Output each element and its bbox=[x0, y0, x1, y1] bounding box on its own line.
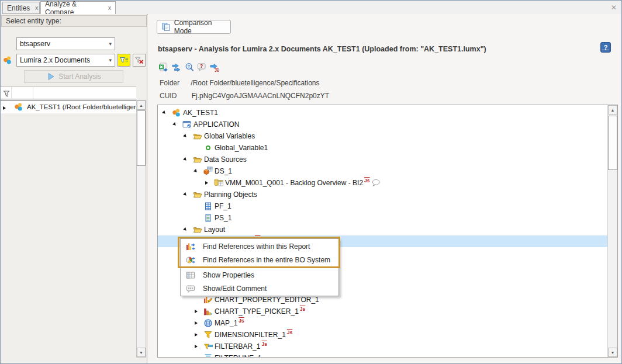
search-zoom-button[interactable] bbox=[184, 61, 195, 73]
tree-item-layout[interactable]: Layout bbox=[158, 224, 608, 235]
expand-icon[interactable] bbox=[193, 329, 203, 341]
tree-item-filterbar-1[interactable]: FILTERBAR_1Js bbox=[158, 341, 608, 352]
scrollbar-thumb[interactable] bbox=[137, 110, 146, 166]
tree-item-map-1[interactable]: MAP_1Js bbox=[158, 317, 608, 329]
collapse-icon[interactable] bbox=[182, 224, 193, 235]
cuid-value: Fj.pNgC4VgoAJGMAAACnLNQCFN2p0zYT bbox=[192, 92, 329, 100]
folder-value: /Root Folder/bluetelligence/Specificatio… bbox=[191, 79, 319, 87]
application-icon bbox=[182, 120, 192, 129]
tree-item-label: CHART_TYPE_PICKER_1 bbox=[215, 307, 299, 316]
collapse-icon[interactable] bbox=[182, 130, 193, 142]
start-analysis-button[interactable]: Start Analysis bbox=[24, 70, 123, 83]
cuid-label: CUID bbox=[160, 92, 177, 100]
tree-item-global-variables[interactable]: Global Variables bbox=[158, 130, 608, 142]
entity-type-dropdown[interactable]: Lumira 2.x Documents ▾ bbox=[16, 54, 115, 67]
tab-entities[interactable]: Entities x bbox=[2, 2, 40, 14]
comparison-mode-button[interactable]: Comparison Mode bbox=[157, 20, 231, 34]
excel-export-icon bbox=[158, 63, 168, 72]
expand-icon[interactable] bbox=[193, 317, 203, 329]
tab-close-icon[interactable]: x bbox=[108, 5, 111, 11]
expand-icon[interactable] bbox=[3, 102, 11, 112]
tree-item-global-variable1[interactable]: Global_Variable1 bbox=[158, 142, 608, 154]
scroll-up-icon[interactable]: ▲ bbox=[608, 105, 617, 115]
grid-column-divider bbox=[11, 87, 12, 99]
collapse-icon[interactable] bbox=[193, 165, 203, 177]
tree-item-chart-type-picker-1[interactable]: CHART_TYPE_PICKER_1Js bbox=[158, 306, 608, 317]
menu-item-show-edit-comment[interactable]: Show/Edit Comment bbox=[181, 282, 338, 295]
set-filter-button[interactable] bbox=[118, 54, 130, 67]
cuid-row: CUID Fj.pNgC4VgoAJGMAAACnLNQCFN2p0zYT bbox=[160, 92, 329, 100]
tree-item-application[interactable]: APPLICATION bbox=[158, 119, 608, 130]
menu-item-find-references-within-this-report[interactable]: Find References within this Report bbox=[181, 240, 338, 253]
collapse-icon[interactable] bbox=[161, 107, 172, 119]
map-icon bbox=[203, 318, 213, 328]
tab-analyze-compare[interactable]: Analyze & Compare x bbox=[40, 1, 116, 15]
folder-label: Folder bbox=[160, 79, 179, 87]
query-icon bbox=[214, 178, 223, 188]
tab-close-icon[interactable]: x bbox=[35, 5, 38, 11]
expand-icon[interactable] bbox=[203, 177, 214, 189]
entity-grid-filter-row[interactable] bbox=[1, 86, 136, 99]
menu-item-label: Find References within this Report bbox=[203, 242, 310, 251]
chart-property-editor-icon bbox=[203, 295, 213, 304]
tree-item-filterline-1[interactable]: FILTERLINE_1 bbox=[158, 352, 608, 358]
entity-list-item[interactable]: AK_TEST1 (/Root Folder/bluetelligenc bbox=[1, 100, 136, 113]
page-title: btsapserv - Analysis for Lumira 2.x Docu… bbox=[158, 45, 596, 53]
collapse-icon[interactable] bbox=[172, 119, 182, 130]
scroll-down-icon[interactable]: ▼ bbox=[608, 348, 617, 357]
tree-item-vmm-m001-q001-backlog-overview-bi2[interactable]: VMM_M001_Q001 - Backlog Overview - BI2Js bbox=[158, 177, 608, 189]
clear-filter-button[interactable] bbox=[133, 54, 146, 67]
sidebar-header-label: Select entity type: bbox=[6, 17, 61, 25]
comment-bubble-icon bbox=[371, 178, 381, 188]
menu-item-label: Show/Edit Comment bbox=[203, 285, 267, 293]
js-reference-marker: Js bbox=[239, 318, 244, 324]
folder-open-icon bbox=[193, 155, 202, 164]
tree-item-ps-1[interactable]: PS_1 bbox=[158, 212, 608, 224]
tree-item-ak-test1[interactable]: AK_TEST1 bbox=[158, 107, 608, 119]
scroll-up-icon[interactable]: ▲ bbox=[137, 100, 146, 110]
chevron-down-icon[interactable]: ▾ bbox=[109, 41, 115, 47]
close-icon[interactable]: ✕ bbox=[611, 4, 617, 12]
system-dropdown-value: btsapserv bbox=[20, 40, 50, 48]
clear-filter-icon bbox=[134, 56, 144, 65]
planning-sequence-icon bbox=[203, 213, 213, 223]
expand-icon[interactable] bbox=[193, 341, 203, 352]
js-script-button[interactable] bbox=[209, 61, 220, 73]
filter-bar-icon bbox=[203, 342, 213, 351]
scroll-down-icon[interactable]: ▼ bbox=[137, 348, 146, 357]
comparison-docs-icon bbox=[161, 22, 171, 32]
menu-item-find-references-in-the-entire-bo-system[interactable]: Find References in the entire BO System bbox=[181, 253, 338, 266]
play-icon bbox=[46, 72, 56, 81]
folder-row: Folder /Root Folder/bluetelligence/Speci… bbox=[160, 79, 319, 87]
chevron-down-icon[interactable]: ▾ bbox=[109, 57, 115, 63]
excel-export-button[interactable] bbox=[157, 61, 169, 73]
tree-item-planning-objects[interactable]: Planning Objects bbox=[158, 189, 608, 200]
js-reference-marker: Js bbox=[300, 306, 305, 312]
expand-references-button[interactable] bbox=[171, 61, 182, 73]
collapse-icon[interactable] bbox=[182, 154, 193, 165]
tree-item-label: AK_TEST1 bbox=[183, 109, 218, 117]
comment-question-icon bbox=[197, 63, 206, 72]
tree-item-label: FILTERBAR_1 bbox=[215, 342, 260, 351]
menu-item-label: Find References in the entire BO System bbox=[203, 256, 330, 264]
dimension-filter-icon bbox=[203, 330, 213, 339]
collapse-icon[interactable] bbox=[182, 189, 193, 200]
system-dropdown[interactable]: btsapserv ▾ bbox=[16, 37, 115, 50]
tree-item-ds-1[interactable]: DS_1 bbox=[158, 165, 608, 177]
analysis-tree: AK_TEST1APPLICATIONGlobal VariablesGloba… bbox=[157, 105, 618, 358]
scrollbar-thumb[interactable] bbox=[608, 116, 617, 170]
help-button[interactable]: ? bbox=[600, 42, 611, 53]
tree-item-dimensionfilter-1[interactable]: DIMENSIONFILTER_1Js bbox=[158, 329, 608, 341]
tree-item-pf-1[interactable]: PF_1 bbox=[158, 200, 608, 212]
tree-item-data-sources[interactable]: Data Sources bbox=[158, 154, 608, 165]
sidebar-header: Select entity type: bbox=[1, 15, 147, 27]
sidebar-scrollbar[interactable]: ▲ ▼ bbox=[136, 100, 146, 358]
tree-item-label: DS_1 bbox=[215, 167, 232, 175]
tree-item-label: CHART_PROPERTY_EDITOR_1 bbox=[215, 296, 319, 304]
tree-scrollbar[interactable]: ▲ ▼ bbox=[607, 105, 617, 357]
entity-type-dropdown-value: Lumira 2.x Documents bbox=[20, 56, 90, 64]
menu-item-show-properties[interactable]: Show Properties bbox=[181, 268, 338, 282]
chart-type-picker-icon bbox=[203, 307, 213, 316]
expand-icon[interactable] bbox=[193, 306, 203, 317]
comment-help-button[interactable] bbox=[196, 61, 208, 73]
